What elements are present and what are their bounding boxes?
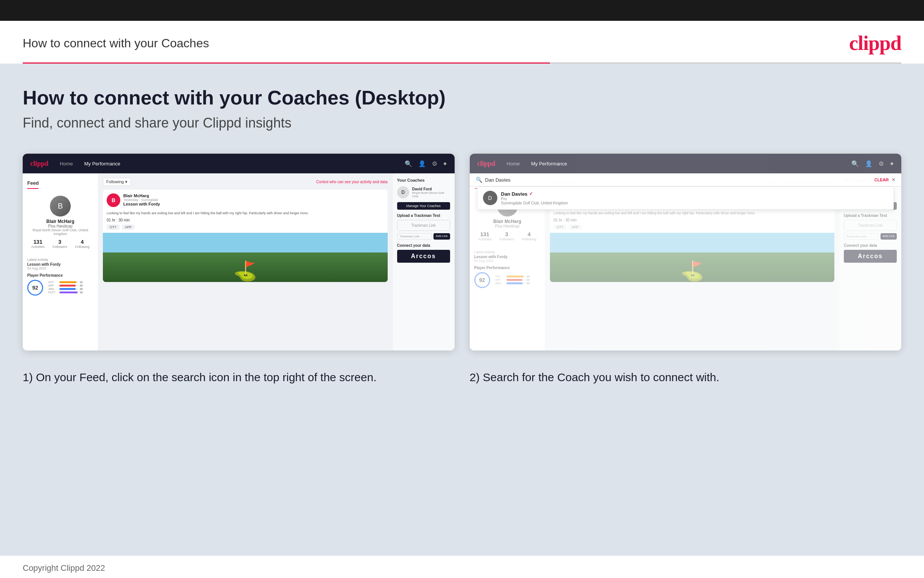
top-bar bbox=[0, 0, 924, 21]
post-content-1: Looking to feel like my hands are exitin… bbox=[103, 211, 388, 216]
post-header-1: B Blair McHarg Yesterday · Sunnigdale Le… bbox=[103, 190, 388, 211]
nav-myperformance-1[interactable]: My Performance bbox=[84, 161, 120, 167]
add-link-btn-1[interactable]: Add Link bbox=[434, 233, 450, 240]
golf-background-1: ⛳ bbox=[103, 233, 388, 282]
profile-club-1: Royal North Devon Golf Club, United King… bbox=[27, 228, 94, 236]
stat-following-label-1: Following bbox=[75, 245, 89, 249]
nav-icons-2: 🔍 👤 ⚙ ● bbox=[851, 160, 894, 167]
stat-activities-label-1: Activities bbox=[31, 245, 45, 249]
trackman-title-1: Upload a Trackman Test bbox=[397, 213, 450, 218]
latest-label-1: Latest Activity bbox=[27, 258, 94, 261]
coach-item-1: D David Ford Royal North Devon Golf Club bbox=[397, 186, 450, 198]
profile-avatar-1: B bbox=[50, 196, 71, 216]
nav-icons-1: 🔍 👤 ⚙ ● bbox=[405, 160, 447, 167]
app-right-panel-1: Your Coaches D David Ford Royal North De… bbox=[392, 174, 455, 351]
latest-activity-1: Latest Activity Lesson with Fordy 03 Aug… bbox=[27, 258, 94, 270]
app-nav-logo-1: clippd bbox=[30, 160, 49, 168]
app-left-panel-1: Feed B Blair McHarg Plus Handicap Royal … bbox=[23, 174, 98, 351]
stat-followers-label-1: Followers bbox=[53, 245, 67, 249]
connect-section-1: Connect your data Arccos bbox=[397, 244, 450, 263]
profile-name-2: Blair McHarg bbox=[474, 219, 540, 224]
following-btn-1[interactable]: Following ▾ bbox=[103, 178, 131, 186]
profile-handicap-1: Plus Handicap bbox=[27, 224, 94, 228]
search-input-fake[interactable]: Dan Davies bbox=[485, 177, 871, 183]
screenshot-1-col: clippd Home My Performance 🔍 👤 ⚙ ● Feed bbox=[23, 154, 455, 351]
result-info-1: Dan Davies ✓ Pro Sunningdale Golf Club, … bbox=[501, 191, 568, 205]
latest-name-1: Lesson with Fordy bbox=[27, 262, 94, 266]
search-overlay-2: 🔍 Dan Davies CLEAR × D Dan Davies ✓ bbox=[470, 174, 902, 210]
profile-stats-1: 131 Activities 3 Followers 4 Following bbox=[27, 239, 94, 249]
post-info-1: Blair McHarg Yesterday · Sunnigdale Less… bbox=[123, 193, 160, 206]
feed-tab-1[interactable]: Feed bbox=[27, 178, 39, 189]
app-nav-logo-2: clippd bbox=[477, 160, 495, 168]
stat-activities-num-1: 131 bbox=[31, 239, 45, 245]
search-bar-2: 🔍 Dan Davies CLEAR × bbox=[470, 174, 902, 187]
screenshot-2-col: clippd Home My Performance 🔍 👤 ⚙ ● Feed bbox=[470, 154, 902, 351]
clippd-logo: clippd bbox=[849, 31, 901, 55]
latest-date-1: 03 Aug 2022 bbox=[27, 266, 94, 270]
player-perf-2: Player Performance 92 OTT90 APP85 ARG86 bbox=[474, 266, 540, 288]
nav-home-2: Home bbox=[507, 161, 520, 167]
player-perf-1: Player Performance 92 OTT90 APP85 ARG86 … bbox=[27, 273, 94, 295]
result-avatar-1: D bbox=[483, 191, 497, 205]
main-content: How to connect with your Coaches (Deskto… bbox=[0, 63, 924, 556]
user-icon-2: 👤 bbox=[865, 160, 872, 167]
main-heading: How to connect with your Coaches (Deskto… bbox=[23, 86, 901, 109]
golfer-silhouette-1: ⛳ bbox=[233, 260, 257, 282]
stat-activities-1: 131 Activities bbox=[31, 239, 45, 249]
nav-home-1[interactable]: Home bbox=[60, 161, 73, 167]
profile-handicap-2: Plus Handicap bbox=[474, 224, 540, 228]
trackman-input-1[interactable]: Trackman Link bbox=[397, 233, 432, 240]
feed-post-1: B Blair McHarg Yesterday · Sunnigdale Le… bbox=[103, 190, 388, 282]
control-link-1[interactable]: Control who can see your activity and da… bbox=[316, 180, 387, 184]
screenshots-row: clippd Home My Performance 🔍 👤 ⚙ ● Feed bbox=[23, 154, 901, 351]
app-main-feed-1: Following ▾ Control who can see your act… bbox=[98, 174, 392, 351]
post-avatar-1: B bbox=[107, 193, 120, 207]
post-name-1: Blair McHarg bbox=[123, 193, 160, 198]
step-1-col: 1) On your Feed, click on the search ico… bbox=[23, 369, 455, 385]
profile-section-1: B Blair McHarg Plus Handicap Royal North… bbox=[27, 193, 94, 255]
coaches-title-1: Your Coaches bbox=[397, 178, 450, 182]
step-2-text: 2) Search for the Coach you wish to conn… bbox=[470, 369, 902, 385]
trackman-box-1: Trackman Link bbox=[397, 220, 450, 231]
stat-following-num-1: 4 bbox=[75, 239, 89, 245]
profile-name-1: Blair McHarg bbox=[27, 219, 94, 224]
search-clear-btn[interactable]: CLEAR bbox=[874, 177, 889, 182]
step-1-text: 1) On your Feed, click on the search ico… bbox=[23, 369, 455, 385]
coach-avatar-1: D bbox=[397, 186, 409, 198]
manage-coaches-btn-1[interactable]: Manage Your Coaches bbox=[397, 202, 450, 210]
search-close-btn[interactable]: × bbox=[892, 176, 895, 183]
trackman-section-1: Upload a Trackman Test Trackman Link Tra… bbox=[397, 213, 450, 240]
perf-title-1: Player Performance bbox=[27, 273, 94, 278]
nav-myperformance-2: My Performance bbox=[531, 161, 567, 167]
search-icon-1[interactable]: 🔍 bbox=[405, 160, 412, 167]
search-result-item-1[interactable]: D Dan Davies ✓ Pro Sunningdale Golf Club… bbox=[478, 187, 894, 209]
search-icon-2: 🔍 bbox=[851, 160, 859, 167]
result-club-1: Sunningdale Golf Club, United Kingdom bbox=[501, 201, 568, 205]
avatar-placeholder-1: B bbox=[50, 196, 71, 216]
latest-activity-2: Latest Activity Lesson with Fordy 03 Aug… bbox=[474, 250, 540, 263]
connect-title-1: Connect your data bbox=[397, 244, 450, 248]
coach-info-1: David Ford Royal North Devon Golf Club bbox=[412, 187, 450, 198]
settings-icon-2: ⚙ bbox=[879, 160, 884, 167]
action-app-1[interactable]: APP bbox=[122, 224, 135, 230]
user-icon-1[interactable]: 👤 bbox=[418, 160, 426, 167]
result-role-1: Pro bbox=[501, 197, 568, 201]
steps-row: 1) On your Feed, click on the search ico… bbox=[23, 369, 901, 385]
post-meta-1: Yesterday · Sunnigdale bbox=[123, 198, 160, 202]
profile-stats-2: 131Activities 3Followers 4Following bbox=[474, 231, 540, 241]
avatar-icon-1[interactable]: ● bbox=[443, 160, 447, 167]
footer: Copyright Clippd 2022 bbox=[0, 556, 924, 578]
coach-club-1: Royal North Devon Golf Club bbox=[412, 191, 450, 198]
screenshot-1-frame: clippd Home My Performance 🔍 👤 ⚙ ● Feed bbox=[23, 154, 455, 351]
trackman-input-row-1: Trackman Link Add Link bbox=[397, 233, 450, 240]
following-row-1: Following ▾ Control who can see your act… bbox=[103, 178, 388, 186]
settings-icon-1[interactable]: ⚙ bbox=[432, 160, 437, 167]
page-title: How to connect with your Coaches bbox=[23, 36, 209, 50]
app-body-1: Feed B Blair McHarg Plus Handicap Royal … bbox=[23, 174, 455, 351]
action-off-1[interactable]: OTT bbox=[107, 224, 120, 230]
post-image-1: ⛳ bbox=[103, 233, 388, 282]
stat-followers-num-1: 3 bbox=[53, 239, 67, 245]
stat-following-1: 4 Following bbox=[75, 239, 89, 249]
search-results-2: D Dan Davies ✓ Pro Sunningdale Golf Club… bbox=[477, 187, 894, 210]
